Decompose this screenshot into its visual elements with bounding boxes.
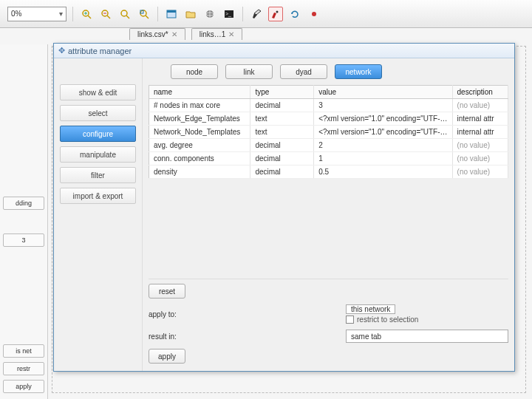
table-cell[interactable]: text [250,126,314,139]
svg-line-5 [107,16,110,18]
svg-point-7 [121,10,127,16]
table-cell[interactable]: Network_Edge_Templates [149,112,250,126]
scope-node[interactable]: node [171,64,218,79]
side-import-export[interactable]: import & export [60,188,136,204]
dialog-side-nav: show & edit select configure manipulate … [54,58,143,371]
record-icon[interactable] [307,7,321,21]
table-cell[interactable]: decimal [250,139,314,152]
side-manipulate[interactable]: manipulate [60,146,136,163]
document-tabs: links.csv*✕ links…1✕ [129,28,242,40]
col-header-description[interactable]: description [452,86,508,99]
apply-button[interactable]: apply [149,349,185,364]
table-row[interactable]: # nodes in max coredecimal3(no value) [149,99,508,112]
table-cell[interactable]: decimal [250,166,314,179]
table-cell[interactable]: <?xml version="1.0" encoding="UTF-… [314,126,452,139]
close-icon[interactable]: ✕ [171,30,177,38]
col-header-value[interactable]: value [314,86,452,99]
zoom-out-icon[interactable] [98,7,113,21]
tab-links-csv[interactable]: links.csv*✕ [129,28,185,40]
separator [242,7,243,21]
table-cell[interactable]: avg. degree [149,139,250,152]
table-cell[interactable]: <?xml version="1.0" encoding="UTF-… [314,112,452,126]
table-cell[interactable]: decimal [250,99,314,112]
table-cell[interactable]: 0.5 [314,166,452,179]
reset-button[interactable]: reset [149,284,185,299]
svg-line-10 [146,16,149,18]
table-cell[interactable]: (no value) [452,152,508,166]
zoom-value: 0% [11,10,21,18]
restrict-checkbox[interactable] [346,316,354,324]
globe-icon[interactable] [202,7,217,21]
side-configure[interactable]: configure [60,126,136,142]
main-toolbar: 0% ▾ >_ [0,0,532,28]
col-header-type[interactable]: type [250,86,314,99]
table-cell[interactable]: decimal [250,152,314,166]
table-cell[interactable]: 2 [314,139,452,152]
bg-btn[interactable]: 3 [3,233,44,247]
table-row[interactable]: Network_Edge_Templatestext<?xml version=… [149,112,508,126]
table-header-row: name type value description [149,86,508,99]
scope-dyad[interactable]: dyad [280,64,327,79]
dialog-title: attribute manager [68,47,132,55]
table-cell[interactable]: internal attr [452,112,508,126]
dialog-titlebar[interactable]: ✥ attribute manager [54,44,514,58]
side-select[interactable]: select [60,105,136,121]
table-row[interactable]: avg. degreedecimal2(no value) [149,139,508,152]
table-cell[interactable]: 3 [314,99,452,112]
table-row[interactable]: Network_Node_Templatestext<?xml version=… [149,126,508,139]
svg-line-8 [126,16,129,18]
col-header-name[interactable]: name [149,86,250,99]
pen-tool-icon[interactable] [268,7,283,21]
bg-btn[interactable]: restr [3,362,44,375]
zoom-fit-icon[interactable] [117,7,132,21]
svg-rect-13 [167,10,176,13]
svg-text:>_: >_ [225,11,231,17]
apply-to-select[interactable]: this network [346,304,395,314]
attribute-table[interactable]: name type value description # nodes in m… [149,85,508,179]
open-folder-icon[interactable] [183,7,198,21]
tab-label: links.csv* [137,30,168,38]
svg-point-19 [276,10,279,13]
apply-to-value: this network [351,305,390,313]
side-show-edit[interactable]: show & edit [60,84,136,100]
tab-label: links…1 [200,30,226,38]
separator [72,7,73,21]
svg-point-20 [312,12,316,16]
svg-line-1 [88,16,91,18]
bg-btn[interactable]: apply [3,380,44,393]
zoom-in-icon[interactable] [79,7,94,21]
close-icon[interactable]: ✕ [228,30,234,38]
table-cell[interactable]: density [149,166,250,179]
table-cell[interactable]: text [250,112,314,126]
bg-btn[interactable]: is net [3,344,44,358]
terminal-icon[interactable]: >_ [222,7,236,21]
zoom-selection-icon[interactable] [137,7,151,21]
result-in-label: result in: [149,332,190,341]
table-cell[interactable]: (no value) [452,139,508,152]
scope-link[interactable]: link [225,64,273,79]
zoom-field[interactable]: 0% ▾ [7,7,66,21]
table-row[interactable]: densitydecimal0.5(no value) [149,166,508,179]
side-filter[interactable]: filter [60,167,136,183]
left-panel: dding 3 is net restr apply [0,44,48,399]
table-cell[interactable]: (no value) [452,166,508,179]
result-in-select[interactable]: same tab [346,330,508,343]
dialog-main: node link dyad network name type value d… [143,58,514,371]
table-row[interactable]: conn. componentsdecimal1(no value) [149,152,508,166]
window-icon[interactable] [164,7,179,21]
table-cell[interactable]: (no value) [452,99,508,112]
tab-links-1[interactable]: links…1✕ [191,28,243,40]
table-cell[interactable]: 1 [314,152,452,166]
table-cell[interactable]: Network_Node_Templates [149,126,250,139]
result-in-value: same tab [351,332,381,341]
bg-btn[interactable]: dding [3,197,44,210]
pencil-icon[interactable] [249,7,264,21]
snap-icon: ✥ [58,46,65,55]
scope-network[interactable]: network [335,64,382,79]
table-cell[interactable]: # nodes in max core [149,99,250,112]
scope-tabs: node link dyad network [149,63,508,85]
table-cell[interactable]: internal attr [452,126,508,139]
table-cell[interactable]: conn. components [149,152,250,166]
refresh-icon[interactable] [287,7,302,21]
restrict-label: restrict to selection [357,316,418,324]
